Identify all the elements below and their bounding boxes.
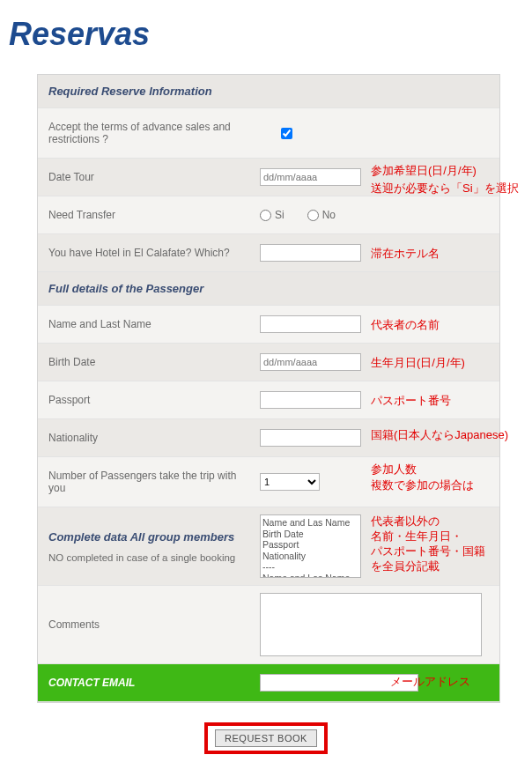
row-comments: Comments: [38, 586, 499, 664]
row-num-passengers: Number of Passengers take the trip with …: [38, 457, 499, 507]
label-passport: Passport: [38, 381, 260, 418]
input-passport[interactable]: [260, 391, 361, 409]
row-date-tour: Date Tour 参加希望日(日/月/年) 送迎が必要なら「Si」を選択: [38, 159, 499, 196]
label-comments: Comments: [38, 588, 260, 661]
radio-label-no: No: [322, 209, 336, 221]
annot-name: 代表者の名前: [371, 318, 440, 333]
radio-transfer-no[interactable]: [307, 210, 319, 221]
label-accept-terms: Accept the terms of advance sales and re…: [38, 108, 260, 158]
annot-date-tour: 参加希望日(日/月/年): [371, 164, 477, 179]
label-date-tour: Date Tour: [38, 159, 260, 196]
request-book-button[interactable]: REQUEST BOOK: [215, 729, 317, 747]
label-birth-date: Birth Date: [38, 344, 260, 381]
row-nationality: Nationality 国籍(日本人ならJapanese): [38, 419, 499, 457]
annot-nationality: 国籍(日本人ならJapanese): [371, 428, 508, 443]
annot-hotel: 滞在ホテル名: [371, 247, 440, 262]
select-num-passengers[interactable]: 1: [260, 473, 320, 491]
label-nationality: Nationality: [38, 419, 260, 456]
input-nationality[interactable]: [260, 429, 361, 447]
row-name: Name and Last Name 代表者の名前: [38, 306, 499, 344]
label-num-passengers: Number of Passengers take the trip with …: [38, 457, 260, 507]
annot-passport: パスポート番号: [371, 394, 451, 409]
checkbox-accept-terms[interactable]: [281, 128, 292, 139]
row-birth-date: Birth Date 生年月日(日/月/年): [38, 344, 499, 381]
row-hotel: You have Hotel in El Calafate? Which? 滞在…: [38, 234, 499, 272]
annot-group: 代表者以外の 名前・生年月日・ パスポート番号・国籍 を全員分記載: [371, 514, 485, 574]
textarea-comments[interactable]: [260, 593, 482, 656]
annot-email: メールアドレス: [390, 675, 470, 690]
input-hotel[interactable]: [260, 244, 361, 262]
row-accept-terms: Accept the terms of advance sales and re…: [38, 108, 499, 159]
label-group-main: Complete data All group members: [48, 530, 234, 544]
label-group-sub: NO completed in case of a single booking: [48, 552, 251, 563]
row-need-transfer: Need Transfer Si No: [38, 196, 499, 234]
row-passport: Passport パスポート番号: [38, 381, 499, 419]
label-contact-email: CONTACT EMAIL: [38, 664, 260, 701]
radio-transfer-si[interactable]: [260, 210, 271, 221]
radio-label-si: Si: [275, 209, 284, 221]
label-need-transfer: Need Transfer: [38, 196, 260, 233]
page-title: Reservas: [0, 0, 532, 74]
section-passenger-details: Full details of the Passenger: [38, 272, 499, 306]
label-name: Name and Last Name: [38, 306, 260, 343]
input-birth-date[interactable]: [260, 353, 361, 371]
textarea-group-members[interactable]: Name and Las Name Birth Date Passport Na…: [260, 514, 361, 578]
submit-highlight-frame: REQUEST BOOK: [204, 722, 328, 754]
input-name[interactable]: [260, 315, 361, 333]
submit-area: REQUEST BOOK: [0, 712, 532, 766]
annot-need-transfer: 送迎が必要なら「Si」を選択: [371, 181, 519, 196]
reservation-form: Required Reserve Information Accept the …: [37, 74, 500, 703]
annot-num-pax-1: 参加人数: [371, 462, 417, 477]
label-hotel: You have Hotel in El Calafate? Which?: [38, 234, 260, 271]
row-group-members: Complete data All group members NO compl…: [38, 507, 499, 586]
annot-birth-date: 生年月日(日/月/年): [371, 356, 465, 371]
annot-num-pax-2: 複数で参加の場合は: [371, 478, 474, 493]
input-date-tour[interactable]: [260, 168, 361, 186]
section-required-info: Required Reserve Information: [38, 75, 499, 108]
row-contact-email: CONTACT EMAIL メールアドレス: [38, 664, 499, 702]
